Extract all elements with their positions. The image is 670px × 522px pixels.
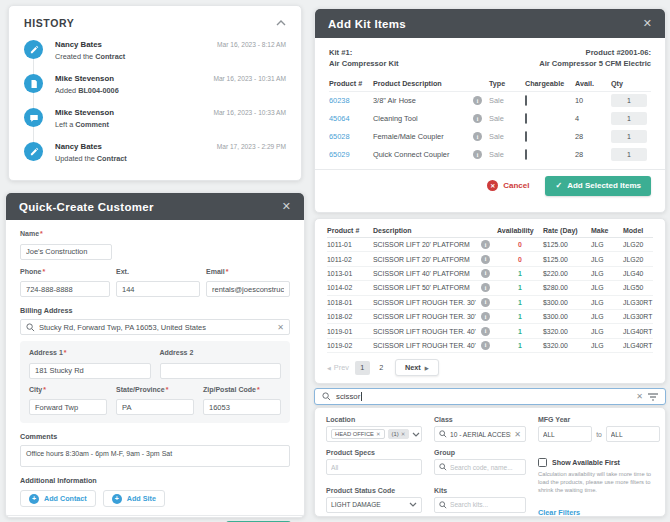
info-icon[interactable]: i	[481, 240, 490, 249]
qty-input[interactable]: 1	[611, 130, 647, 143]
remove-tag-icon[interactable]: ✕	[376, 431, 381, 437]
info-icon[interactable]: i	[481, 327, 490, 336]
info-icon[interactable]: i	[473, 114, 482, 123]
qty-input[interactable]: 1	[611, 148, 647, 161]
name-field[interactable]	[20, 244, 112, 260]
col-availability: Availability	[497, 227, 543, 234]
product-search-bar[interactable]: scissor ✕	[314, 388, 666, 405]
email-field[interactable]	[206, 281, 290, 297]
comments-field[interactable]: Office hours 8:30am - 6pm M-F, 9am - 3pm…	[20, 445, 290, 467]
address1-field[interactable]	[29, 363, 151, 379]
prev-page-button[interactable]: ◀Prev	[327, 363, 349, 372]
location-tag[interactable]: (1)✕	[388, 429, 410, 439]
col-qty: Qty	[611, 79, 653, 88]
close-icon[interactable]: ✕	[643, 17, 652, 30]
phone-field[interactable]	[20, 281, 110, 297]
state-label: State/Province	[116, 386, 165, 393]
ext-field[interactable]	[116, 281, 200, 297]
info-icon[interactable]: i	[481, 269, 490, 278]
qty-input[interactable]: 1	[611, 94, 647, 107]
zip-field[interactable]	[203, 399, 281, 415]
product-table-row[interactable]: 1019-02 SCISSOR LIFT ROUGH TER. 40' i 1 …	[327, 339, 653, 353]
history-item-icon	[24, 40, 43, 59]
model-value: JLG40	[623, 270, 655, 277]
make-value: JLG	[591, 284, 623, 291]
close-icon[interactable]: ✕	[282, 200, 291, 213]
search-icon	[439, 501, 447, 509]
city-field[interactable]	[29, 399, 107, 415]
page-number-button[interactable]: 2	[374, 361, 389, 375]
kit-number-label: Kit #1:	[329, 47, 399, 58]
history-action-object: Contract	[97, 154, 127, 163]
next-page-button[interactable]: Next▶	[395, 359, 439, 376]
cancel-x-icon: ✕	[487, 180, 498, 191]
clear-search-icon[interactable]: ✕	[636, 392, 643, 401]
location-tag[interactable]: HEAD OFFICE✕	[331, 429, 385, 439]
chargeable-checkbox[interactable]	[525, 95, 527, 106]
product-table-body: 1011-01 SCISSOR LIFT 20' PLATFORM i 0 $1…	[327, 238, 653, 353]
product-status-dropdown[interactable]: LIGHT DAMAGE	[326, 497, 422, 513]
product-table-row[interactable]: 1013-01 SCISSOR LIFT 40' PLATFORM i 1 $2…	[327, 267, 653, 281]
show-available-first-checkbox[interactable]	[538, 458, 547, 467]
qty-input[interactable]: 1	[611, 112, 647, 125]
product-table-row[interactable]: 1011-01 SCISSOR LIFT 20' PLATFORM i 0 $1…	[327, 238, 653, 252]
product-number-link[interactable]: 65029	[329, 150, 373, 159]
chevron-down-icon[interactable]	[412, 432, 420, 437]
info-icon[interactable]: i	[481, 255, 490, 264]
group-search-field[interactable]: Search code, name...	[434, 459, 526, 475]
mfg-year-from-field[interactable]: ALL	[538, 426, 592, 442]
kits-search-field[interactable]: Search kits...	[434, 497, 526, 513]
kit-table-row: 45064 Cleaning Tool i Sale 4 1	[329, 110, 651, 128]
clear-filters-link[interactable]: Clear Filters	[538, 508, 660, 517]
history-timestamp: Mar 16, 2023 - 10:33 AM	[213, 109, 286, 116]
history-item: Mike Stevenson Left a Comment Mar 16, 20…	[24, 108, 286, 130]
filter-icon[interactable]	[648, 393, 658, 401]
name-label: Name	[20, 230, 39, 237]
product-number-link[interactable]: 60238	[329, 96, 373, 105]
class-search-field[interactable]: 10 - AERIAL ACCESS ✕	[434, 426, 526, 442]
product-results-panel: Product # Description Availability Rate …	[314, 218, 666, 384]
add-contact-button[interactable]: + Add Contact	[20, 490, 96, 507]
product-table-row[interactable]: 1014-02 SCISSOR LIFT 50' PLATFORM i 1 $2…	[327, 281, 653, 295]
chargeable-checkbox[interactable]	[525, 113, 527, 124]
page-number-button[interactable]: 1	[355, 361, 370, 375]
location-multiselect[interactable]: HEAD OFFICE✕(1)✕	[326, 426, 422, 442]
product-table-row[interactable]: 1018-02 SCISSOR LIFT ROUGH TER. 30' i 1 …	[327, 310, 653, 324]
add-site-button[interactable]: + Add Site	[103, 490, 165, 507]
billing-address-search[interactable]: ✕	[20, 319, 290, 335]
product-specs-field[interactable]: All	[326, 459, 422, 475]
info-icon[interactable]: i	[473, 132, 482, 141]
product-table-row[interactable]: 1018-01 SCISSOR LIFT ROUGH TER. 30' i 1 …	[327, 296, 653, 310]
info-icon[interactable]: i	[473, 96, 482, 105]
product-number-link[interactable]: 65028	[329, 132, 373, 141]
next-arrow-icon: ▶	[425, 365, 429, 371]
address2-field[interactable]	[160, 363, 282, 379]
mfg-year-to-field[interactable]: ALL	[606, 426, 660, 442]
zip-label: Zip/Postal Code	[203, 386, 256, 393]
remove-tag-icon[interactable]: ✕	[401, 431, 406, 437]
info-icon[interactable]: i	[481, 341, 490, 350]
product-table-row[interactable]: 1019-01 SCISSOR LIFT ROUGH TER. 40' i 1 …	[327, 324, 653, 338]
state-field[interactable]	[116, 399, 194, 415]
info-icon[interactable]: i	[481, 312, 490, 321]
make-value: JLG	[591, 342, 623, 349]
search-input[interactable]: scissor	[336, 392, 362, 401]
info-icon[interactable]: i	[473, 150, 482, 159]
clear-icon[interactable]: ✕	[514, 430, 521, 439]
product-number-link[interactable]: 45064	[329, 114, 373, 123]
model-value: JLG30RT	[623, 299, 655, 306]
billing-search-input[interactable]	[39, 320, 273, 334]
add-selected-items-button[interactable]: ✓ Add Selected Items	[545, 176, 651, 196]
chargeable-checkbox[interactable]	[525, 149, 527, 160]
history-panel: HISTORY Nancy Bates Created the Contract	[8, 5, 302, 181]
product-table-row[interactable]: 1011-02 SCISSOR LIFT 20' PLATFORM i 0 $1…	[327, 252, 653, 266]
info-icon[interactable]: i	[481, 283, 490, 292]
collapse-chevron-up-icon[interactable]	[276, 20, 286, 26]
chargeable-checkbox[interactable]	[525, 131, 527, 142]
col-rate-day: Rate (Day)	[543, 227, 591, 234]
kit-table-row: 65028 Female/Male Coupler i Sale 28 1	[329, 128, 651, 146]
clear-icon[interactable]: ✕	[277, 323, 284, 332]
info-icon[interactable]: i	[481, 298, 490, 307]
product-type: Sale	[489, 132, 525, 141]
cancel-button[interactable]: ✕ Cancel	[487, 180, 529, 191]
